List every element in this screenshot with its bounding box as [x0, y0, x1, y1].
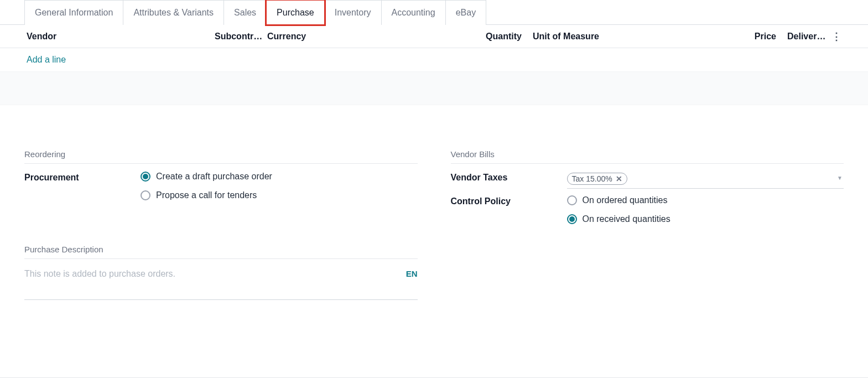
tab-inventory[interactable]: Inventory	[324, 0, 382, 25]
label-procurement: Procurement	[24, 172, 141, 183]
col-header-quantity[interactable]: Quantity	[477, 32, 522, 42]
table-row: Add a line	[0, 48, 868, 72]
col-header-currency[interactable]: Currency	[267, 32, 477, 42]
tax-tag-label: Tax 15.00%	[572, 174, 612, 183]
vendor-table-headers: Vendor Subcontr… Currency Quantity Unit …	[0, 25, 868, 48]
procurement-radio-group: Create a draft purchase order Propose a …	[141, 172, 418, 200]
tab-attributes-variants[interactable]: Attributes & Variants	[123, 0, 224, 25]
tab-sales[interactable]: Sales	[224, 0, 267, 25]
tab-general-information[interactable]: General Information	[24, 0, 123, 25]
vendor-taxes-input[interactable]: Tax 15.00% ✕ ▼	[567, 172, 844, 189]
radio-on-ordered-quantities[interactable]: On ordered quantities	[567, 195, 844, 205]
remove-tag-icon[interactable]: ✕	[616, 174, 622, 183]
tab-accounting[interactable]: Accounting	[381, 0, 446, 25]
radio-label: Create a draft purchase order	[156, 172, 272, 182]
table-empty-space	[0, 72, 868, 105]
tab-purchase[interactable]: Purchase	[266, 0, 325, 25]
radio-create-draft-purchase-order[interactable]: Create a draft purchase order	[141, 172, 418, 182]
radio-icon	[141, 172, 150, 182]
tax-tag[interactable]: Tax 15.00% ✕	[567, 173, 627, 185]
purchase-description-textarea[interactable]	[24, 267, 418, 300]
tab-ebay[interactable]: eBay	[445, 0, 486, 25]
chevron-down-icon[interactable]: ▼	[837, 175, 843, 181]
section-title-purchase-description: Purchase Description	[24, 245, 418, 259]
col-header-unit-of-measure[interactable]: Unit of Measure	[522, 32, 743, 42]
col-header-price[interactable]: Price	[743, 32, 776, 42]
radio-icon	[141, 190, 150, 200]
col-header-subcontractor[interactable]: Subcontr…	[215, 32, 267, 42]
radio-icon	[567, 195, 577, 205]
radio-label: On received quantities	[583, 214, 671, 224]
section-title-vendor-bills: Vendor Bills	[451, 149, 844, 164]
tabs-bar: General Information Attributes & Variant…	[0, 0, 868, 25]
radio-propose-call-for-tenders[interactable]: Propose a call for tenders	[141, 190, 418, 200]
control-policy-radio-group: On ordered quantities On received quanti…	[567, 195, 844, 224]
radio-icon	[567, 214, 577, 224]
language-badge[interactable]: EN	[406, 269, 418, 278]
label-vendor-taxes: Vendor Taxes	[451, 172, 567, 183]
radio-on-received-quantities[interactable]: On received quantities	[567, 214, 844, 224]
radio-label: On ordered quantities	[583, 195, 668, 205]
kebab-menu-icon[interactable]: ⋮	[831, 31, 841, 42]
col-header-delivery[interactable]: Delivery…	[776, 32, 826, 42]
radio-label: Propose a call for tenders	[156, 190, 257, 200]
col-header-vendor[interactable]: Vendor	[27, 32, 215, 42]
add-a-line-link[interactable]: Add a line	[27, 55, 66, 64]
section-title-reordering: Reordering	[24, 149, 418, 164]
label-control-policy: Control Policy	[451, 195, 567, 206]
